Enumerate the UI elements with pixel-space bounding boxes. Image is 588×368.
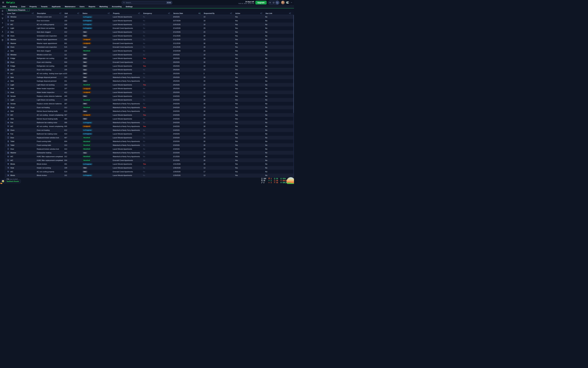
table-row[interactable]: HeatWater heater inspection412AssignedLa… [5,91,294,94]
nav-item-maintenance[interactable]: Maintenance [65,6,75,8]
vertical-scrollbar[interactable] [293,15,294,177]
nav-item-building[interactable]: Building [10,6,17,8]
table-row[interactable]: ToiletFixed running toilet604ResolvedWat… [5,139,294,143]
table-row[interactable]: BlindsBlinds broken401In ProgressLaurel … [5,162,294,166]
sort-icon[interactable]: AZ [168,12,170,14]
cell-service-date: 2/11/2026 [173,39,203,40]
table-row[interactable]: SinkSink drain clogged115ResolvedLaurel … [5,49,294,53]
nav-item-zone[interactable]: Zone [21,6,25,8]
undo-icon[interactable] [0,34,5,37]
sort-icon[interactable]: AZ [230,12,232,14]
scrollbar-thumb[interactable] [293,15,294,113]
table-row[interactable]: A/CAC not cooling properly514NewEmerald … [5,170,294,174]
search-bar[interactable]: AI [122,1,172,4]
upgrade-button[interactable]: Upgrade [255,1,266,4]
table-row[interactable]: SinkKitchen faucet leaking badly613NewWa… [5,109,294,113]
table-row[interactable]: BlindsBlinds broken101In ProgressLaurel … [5,174,294,177]
table-row[interactable]: WindowWindow screen torn108In ProgressLa… [5,15,294,19]
tanstack-router-devtools[interactable]: TanStack Router [1,179,21,183]
cell-emergency: Yes [143,107,173,108]
table-row[interactable]: WasherWasher repair appointment402Assign… [5,38,294,42]
table-row[interactable]: FanBathroom fan making noise306In Progre… [5,121,294,125]
table-row[interactable]: WasherDishwasher leaking301NewWaterleaf … [5,151,294,155]
nav-item-applicants[interactable]: Applicants [52,6,61,8]
table-row[interactable]: A/CAC not cooling - tenant complaining40… [5,113,294,117]
cell-has-link: No [265,163,294,165]
bookmark-icon[interactable] [0,9,5,13]
table-row[interactable]: WasherWasher repair appointment501Assign… [5,41,294,45]
table-row[interactable]: A/CHVAC filter replacement completed312R… [5,155,294,158]
close-icon[interactable] [27,9,28,11]
stat-signature: 2 [268,182,272,184]
user-avatar[interactable] [281,1,285,4]
menu-icon[interactable] [1,1,5,4]
table-row[interactable]: A/CAC not cooling - testing issue type c… [5,72,294,75]
table-row[interactable]: SmokeReplace smoke detector batteries307… [5,102,294,106]
ai-assistant-button[interactable]: AI [166,1,172,4]
table-row[interactable]: A/CAC not cooling properly106In Progress… [5,22,294,26]
tab-maintenance-requests[interactable]: Maintenance Requests [6,9,30,11]
table-row[interactable]: SinkKitchen faucet leaking badly404NewLa… [5,117,294,121]
sort-icon[interactable]: ZA [198,12,201,14]
edit-icon[interactable] [0,26,5,29]
table-row[interactable]: HeatWater heater inspection107AssignedLa… [5,87,294,91]
table-row[interactable]: A/CAC not cooling - tenant complaining60… [5,125,294,128]
dark-mode-moon-icon[interactable] [276,1,279,4]
app-logo[interactable]: Kelpic [6,1,15,4]
nav-item-tenants[interactable]: Tenants [41,6,47,8]
cell-requested-by: 30 [203,114,235,116]
cell-status: Resolved [82,50,113,52]
search-icon[interactable] [0,12,5,16]
nav-item-settings[interactable]: Settings [126,6,133,8]
cell-service-date: 2/27/2026 [173,20,203,22]
sort-icon[interactable]: AZ [59,12,61,14]
nav-item-reports[interactable]: Reports [89,6,95,8]
nav-item-property[interactable]: Property [29,6,37,8]
sort-icon[interactable]: AZ [32,12,34,14]
table-row[interactable]: A/CHVAC filter replacement completed504R… [5,158,294,162]
table-row[interactable]: SinkGarbage disposal jammed310NewWaterle… [5,75,294,79]
table-row[interactable]: FridgeRefrigerator not cooling102NewLaur… [5,64,294,68]
sort-icon[interactable]: AZ [289,12,291,14]
table-row[interactable]: SinkSink drain clogged412NewLaurel Woods… [5,30,294,34]
table-row[interactable]: LightLight fixture not working505In Prog… [5,26,294,30]
chevron-down-icon[interactable] [291,1,293,3]
table-row[interactable]: FridgeRefrigerator not cooling103NewLaur… [5,56,294,60]
table-row[interactable]: SmokeReplace smoke detector batteries409… [5,94,294,98]
trash-icon[interactable] [0,38,5,42]
table-row[interactable]: DoorDoor lock broken103In ProgressLaurel… [5,19,294,23]
table-row[interactable]: ToiletFixed running toilet313ResolvedWat… [5,143,294,147]
sort-icon[interactable]: AZ [77,12,79,14]
download-icon[interactable] [0,30,5,33]
nav-item-marketing[interactable]: Marketing [99,6,108,8]
table-row[interactable]: DryerDryer not heating312ResolvedWaterle… [5,106,294,109]
nav-item-accounting[interactable]: Accounting [112,6,122,8]
search-input[interactable] [125,2,166,3]
table-row[interactable]: DryerDryer vent cleaning105NewLaurel Woo… [5,68,294,72]
nav-item-unit[interactable]: Unit [2,6,6,8]
column-header-service-date: Service DateZA [173,12,203,15]
settings-icon[interactable] [269,1,272,4]
table-row[interactable]: FanBathroom fan making noise414In Progre… [5,132,294,136]
filter-icon[interactable] [0,17,5,20]
cell-unit: 108 [64,16,82,18]
organization-logo[interactable]: CC [286,1,289,4]
table-row[interactable]: SinkGarbage disposal jammed311NewWaterle… [5,79,294,83]
table-row[interactable]: WindowWindow screen torn111NewLaurel Woo… [5,53,294,56]
sort-icon[interactable]: AZ [108,12,110,14]
table-row[interactable]: OvenScheduled oven inspection515NewEmera… [5,45,294,49]
panel-icon[interactable] [272,1,275,4]
table-row[interactable]: OvenOven not heating612In ProgressWaterl… [5,128,294,132]
plus-icon[interactable] [0,21,5,25]
table-row[interactable]: LightLight fixture not working103Resolve… [5,83,294,87]
table-row[interactable]: DoorReplaced broken window lock407Resolv… [5,136,294,140]
sort-icon[interactable]: AZ [260,12,262,14]
issue-type-label: Toilet [10,144,14,146]
nav-item-users[interactable]: Users [80,6,84,8]
table-row[interactable]: HeatHeater not working109NewLaurel Woods… [5,166,294,170]
table-row[interactable]: OvenScheduled oven inspection113NewLaure… [5,34,294,38]
sort-icon[interactable]: AZ [138,12,140,14]
table-row[interactable]: LightLight fixture not working109Resolve… [5,98,294,102]
table-row[interactable]: DryerDryer vent cleaning504NewEmerald Cr… [5,60,294,64]
table-row[interactable]: DoorReplaced broken window lock413Resolv… [5,147,294,151]
